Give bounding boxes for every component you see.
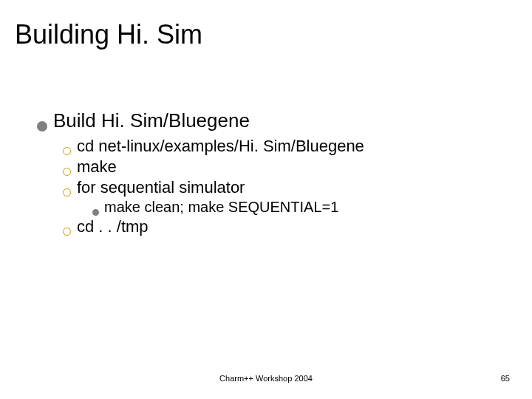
page-number: 65 xyxy=(501,374,510,383)
level2-group: cd net-linux/examples/Hi. Sim/Bluegene m… xyxy=(63,137,510,236)
bullet-text: for sequential simulator xyxy=(77,178,245,197)
footer-center: Charm++ Workshop 2004 xyxy=(0,374,532,383)
bullet-level2: cd net-linux/examples/Hi. Sim/Bluegene xyxy=(63,137,510,156)
bullet-level1: Build Hi. Sim/Bluegene xyxy=(37,109,510,132)
circle-bullet-icon xyxy=(63,147,71,155)
bullet-level2: make xyxy=(63,157,510,177)
bullet-text: cd net-linux/examples/Hi. Sim/Bluegene xyxy=(77,137,364,156)
bullet-level3: make clean; make SEQUENTIAL=1 xyxy=(92,199,510,216)
circle-bullet-icon xyxy=(63,228,71,236)
bullet-text: make xyxy=(77,157,117,177)
bullet-text: cd . . /tmp xyxy=(77,217,149,236)
bullet-text: Build Hi. Sim/Bluegene xyxy=(53,109,250,132)
bullet-text: make clean; make SEQUENTIAL=1 xyxy=(104,199,338,216)
circle-bullet-icon xyxy=(63,168,71,176)
disc-bullet-icon xyxy=(92,209,99,216)
slide-title: Building Hi. Sim xyxy=(15,19,202,50)
level3-group: make clean; make SEQUENTIAL=1 xyxy=(92,199,510,216)
disc-bullet-icon xyxy=(37,121,47,132)
bullet-level2: for sequential simulator xyxy=(63,178,510,197)
circle-bullet-icon xyxy=(63,188,71,197)
slide: Building Hi. Sim Build Hi. Sim/Bluegene … xyxy=(0,0,532,399)
slide-body: Build Hi. Sim/Bluegene cd net-linux/exam… xyxy=(37,109,510,238)
bullet-level2: cd . . /tmp xyxy=(63,217,510,236)
